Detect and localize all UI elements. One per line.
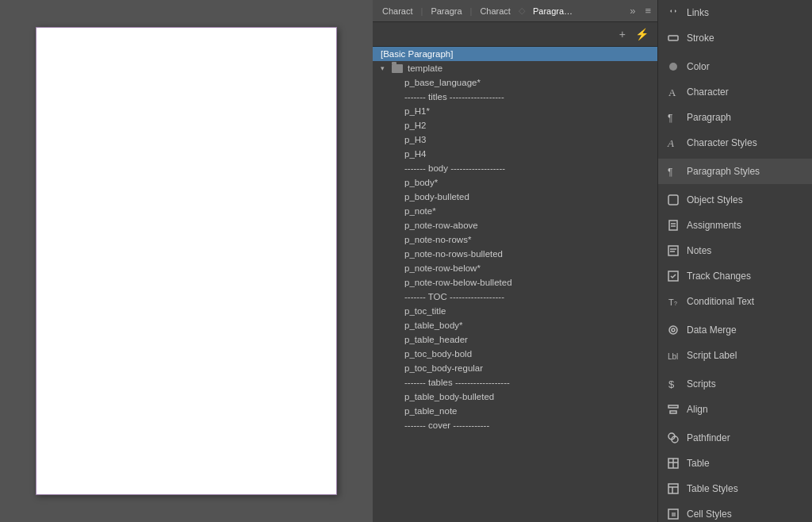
style-item-p_note_row_above[interactable]: p_note-row-above xyxy=(373,218,657,232)
style-item-p_table_body[interactable]: p_table_body* xyxy=(373,318,657,332)
sidebar-item-table-styles[interactable]: Table Styles xyxy=(658,476,812,501)
script-label-icon: Lbl xyxy=(666,348,680,363)
style-item-p_note_no_rows_bulleted[interactable]: p_note-no-rows-bulleted xyxy=(373,247,657,261)
sidebar-item-paragraph-styles[interactable]: ¶ Paragraph Styles xyxy=(658,159,812,184)
sidebar-item-label: Data Merge xyxy=(687,324,737,336)
tab-paragraph[interactable]: Paragra xyxy=(424,3,468,19)
style-item-p_base_language[interactable]: p_base_language* xyxy=(373,75,657,90)
sidebar-item-script-label[interactable]: Lbl Script Label xyxy=(658,343,812,368)
sidebar-item-assignments[interactable]: Assignments xyxy=(658,213,812,238)
style-item-p_toc_body_bold[interactable]: p_toc_body-bold xyxy=(373,347,657,361)
style-item-p_toc_title[interactable]: p_toc_title xyxy=(373,304,657,318)
data-merge-icon xyxy=(666,323,680,337)
sidebar-item-paragraph[interactable]: ¶ Paragraph xyxy=(658,105,812,130)
svg-rect-31 xyxy=(672,512,676,516)
style-item-p_H3[interactable]: p_H3 xyxy=(373,132,657,147)
style-item-p_note_row_below_bulleted[interactable]: p_note-row-below-bulleted xyxy=(373,275,657,290)
color-icon xyxy=(666,59,680,74)
sidebar-item-scripts[interactable]: $ Scripts xyxy=(658,371,812,397)
style-item-p_H1[interactable]: p_H1* xyxy=(373,104,657,118)
notes-icon xyxy=(666,244,680,258)
sidebar-item-stroke[interactable]: Stroke xyxy=(658,25,812,51)
character-icon: A xyxy=(666,85,680,99)
chevron-icon: ▾ xyxy=(381,64,387,72)
style-item-basic-paragraph[interactable]: [Basic Paragraph] xyxy=(373,47,657,61)
sidebar-item-label: Scripts xyxy=(687,378,716,390)
cell-styles-icon xyxy=(666,507,680,521)
sidebar-item-label: Object Styles xyxy=(687,194,743,205)
sidebar-item-label: Cell Styles xyxy=(687,509,732,520)
svg-text:¶: ¶ xyxy=(668,167,672,178)
tab-character[interactable]: Charact xyxy=(376,3,419,19)
style-item-titles-sep[interactable]: ------- titles ------------------ xyxy=(373,90,657,104)
page-canvas xyxy=(36,27,337,495)
styles-list[interactable]: [Basic Paragraph] ▾ template p_base_lang… xyxy=(373,47,657,522)
sidebar-item-cell-styles[interactable]: Cell Styles xyxy=(658,501,812,522)
svg-text:¶: ¶ xyxy=(668,113,672,124)
right-sidebar: Links Stroke Color A Character ¶ Paragra… xyxy=(658,0,812,522)
style-group-template-group[interactable]: ▾ template xyxy=(373,61,657,75)
style-item-p_toc_body_regular[interactable]: p_toc_body-regular xyxy=(373,361,657,375)
sidebar-item-track-changes[interactable]: Track Changes xyxy=(658,263,812,289)
sidebar-item-align[interactable]: Align xyxy=(658,397,812,422)
style-item-p_note_no_rows[interactable]: p_note-no-rows* xyxy=(373,232,657,247)
svg-point-1 xyxy=(669,63,677,71)
sidebar-item-label: Assignments xyxy=(687,220,741,231)
svg-rect-0 xyxy=(668,36,678,40)
sidebar-item-conditional-text[interactable]: T? Conditional Text xyxy=(658,289,812,314)
svg-rect-7 xyxy=(669,221,677,230)
sidebar-item-links[interactable]: Links xyxy=(658,0,812,25)
track-changes-icon xyxy=(666,269,680,283)
paragraph-styles-panel: Charact | Paragra | Charact ◇ Paragraph … xyxy=(373,0,658,522)
sidebar-item-notes[interactable]: Notes xyxy=(658,238,812,263)
sidebar-item-label: Character xyxy=(687,86,729,98)
sidebar-item-label: Align xyxy=(687,404,708,415)
align-icon xyxy=(666,402,680,416)
tab-character-styles[interactable]: Charact xyxy=(473,3,517,19)
style-item-p_body[interactable]: p_body* xyxy=(373,175,657,190)
sidebar-item-label: Table xyxy=(687,458,710,469)
panel-expand-btn[interactable]: » xyxy=(626,3,638,18)
svg-rect-21 xyxy=(670,411,676,413)
sidebar-item-pathfinder[interactable]: Pathfinder xyxy=(658,425,812,451)
svg-text:?: ? xyxy=(674,301,677,306)
panel-add-btn[interactable]: + xyxy=(617,27,628,41)
object-styles-icon xyxy=(666,193,680,207)
style-item-p_table_body_bulleted[interactable]: p_table_body-bulleted xyxy=(373,390,657,404)
style-item-cover-sep[interactable]: ------- cover ------------ xyxy=(373,418,657,432)
sidebar-item-label: Conditional Text xyxy=(687,296,754,307)
style-item-p_table_header[interactable]: p_table_header xyxy=(373,332,657,347)
sidebar-item-label: Stroke xyxy=(687,33,714,44)
panel-menu-btn[interactable]: ≡ xyxy=(642,3,654,18)
svg-text:$: $ xyxy=(668,378,675,390)
sidebar-item-table[interactable]: Table xyxy=(658,451,812,476)
svg-rect-10 xyxy=(668,246,678,255)
sidebar-item-character[interactable]: A Character xyxy=(658,79,812,105)
style-item-p_table_note[interactable]: p_table_note xyxy=(373,404,657,418)
svg-rect-20 xyxy=(668,405,678,408)
paragraph-styles-icon: ¶ xyxy=(666,164,680,178)
sidebar-item-label: Script Label xyxy=(687,350,737,361)
links-icon xyxy=(666,6,680,20)
sidebar-item-color[interactable]: Color xyxy=(658,54,812,79)
sidebar-item-object-styles[interactable]: Object Styles xyxy=(658,187,812,213)
style-item-p_H4[interactable]: p_H4 xyxy=(373,147,657,161)
scripts-icon: $ xyxy=(666,377,680,391)
style-item-body-sep[interactable]: ------- body ------------------ xyxy=(373,161,657,175)
sidebar-item-data-merge[interactable]: Data Merge xyxy=(658,317,812,343)
style-item-p_body_bulleted[interactable]: p_body-bulleted xyxy=(373,190,657,204)
stroke-icon xyxy=(666,31,680,45)
style-item-p_H2[interactable]: p_H2 xyxy=(373,118,657,132)
style-item-p_note_row_below[interactable]: p_note-row-below* xyxy=(373,261,657,275)
panel-lightning-btn[interactable]: ⚡ xyxy=(633,27,651,41)
sidebar-item-label: Pathfinder xyxy=(687,432,730,443)
sidebar-item-label: Notes xyxy=(687,245,711,256)
tab-paragraph-styles[interactable]: Paragraph Styles xyxy=(527,3,582,19)
style-item-p_note[interactable]: p_note* xyxy=(373,204,657,218)
character-styles-icon: A xyxy=(666,136,680,150)
style-item-tables-sep[interactable]: ------- tables ------------------ xyxy=(373,375,657,390)
style-item-toc-sep[interactable]: ------- TOC ------------------ xyxy=(373,290,657,304)
sidebar-item-character-styles[interactable]: A Character Styles xyxy=(658,130,812,155)
assignments-icon xyxy=(666,218,680,232)
folder-icon xyxy=(392,64,403,73)
